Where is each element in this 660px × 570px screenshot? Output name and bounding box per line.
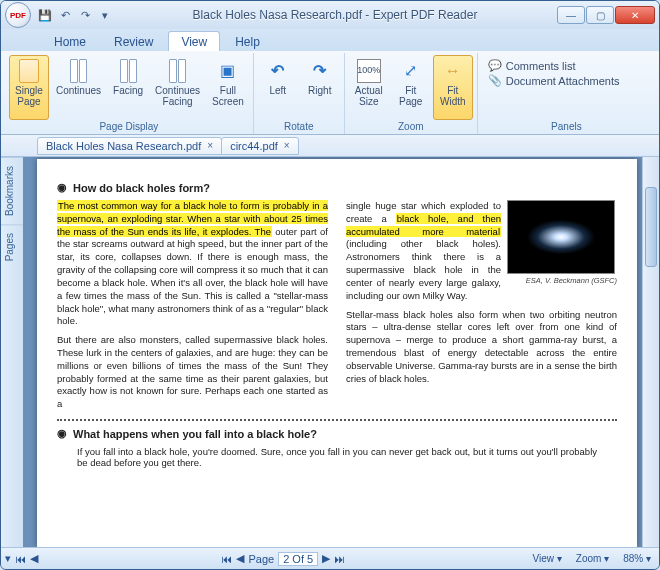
fit-page-button[interactable]: ⤢Fit Page: [391, 55, 431, 120]
actual-size-button[interactable]: 100%Actual Size: [349, 55, 389, 120]
doc-tab-1[interactable]: circ44.pdf×: [221, 137, 299, 155]
comments-list-button[interactable]: 💬Comments list: [488, 59, 620, 72]
rotate-right-icon: ↷: [308, 59, 332, 83]
actual-size-label: Actual Size: [355, 85, 383, 107]
single-page-button[interactable]: Single Page: [9, 55, 49, 120]
figure-caption: ESA, V. Beckmann (GSFC): [507, 276, 617, 286]
continues-facing-label: Continues Facing: [155, 85, 200, 107]
page-last-icon[interactable]: ⏭: [334, 553, 345, 565]
page-indicator[interactable]: 2 Of 5: [278, 552, 318, 566]
rotate-left-button[interactable]: ↶Left: [258, 55, 298, 120]
sidebar-bookmarks[interactable]: Bookmarks: [1, 157, 23, 224]
nav-dropdown-icon[interactable]: ▾: [5, 552, 11, 565]
page-label: Page: [248, 553, 274, 565]
figure: ESA, V. Beckmann (GSFC): [507, 200, 617, 286]
paragraph-5: If you fall into a black hole, you're do…: [57, 446, 617, 468]
fit-width-button[interactable]: ↔Fit Width: [433, 55, 473, 120]
full-screen-label: Full Screen: [212, 85, 244, 107]
paragraph-1: The most common way for a black hole to …: [57, 200, 328, 328]
continues-facing-icon: [166, 59, 190, 83]
facing-icon: [116, 59, 140, 83]
full-screen-button[interactable]: ▣Full Screen: [207, 55, 249, 120]
fit-width-label: Fit Width: [440, 85, 466, 107]
black-hole-image: [507, 200, 615, 274]
rotate-right-button[interactable]: ↷Right: [300, 55, 340, 120]
sidebar-pages[interactable]: Pages: [1, 224, 23, 269]
close-tab-1-icon[interactable]: ×: [284, 140, 290, 151]
nav-first-icon[interactable]: ⏮: [15, 553, 26, 565]
doc-tab-0[interactable]: Black Holes Nasa Research.pdf×: [37, 137, 222, 155]
document-attachments-label: Document Attachments: [506, 75, 620, 87]
tab-help[interactable]: Help: [222, 31, 273, 51]
page-prev-icon[interactable]: ◀: [236, 552, 244, 565]
facing-button[interactable]: Facing: [108, 55, 148, 120]
doc-tab-1-label: circ44.pdf: [230, 140, 278, 152]
paragraph-4: Stellar-mass black holes also form when …: [346, 309, 617, 386]
vertical-scrollbar[interactable]: [642, 157, 659, 547]
paragraph-3b: (including other black holes). Astronome…: [346, 238, 501, 300]
actual-size-icon: 100%: [357, 59, 381, 83]
continues-label: Continues: [56, 85, 101, 96]
heading-fall-in: What happens when you fall into a black …: [57, 427, 617, 440]
group-zoom-label: Zoom: [349, 120, 473, 134]
tab-review[interactable]: Review: [101, 31, 166, 51]
status-view-label: View: [533, 553, 555, 564]
minimize-button[interactable]: —: [557, 6, 585, 24]
fit-page-icon: ⤢: [399, 59, 423, 83]
qat-undo-icon[interactable]: ↶: [57, 7, 73, 23]
continues-icon: [67, 59, 91, 83]
page-next-icon[interactable]: ▶: [322, 552, 330, 565]
status-zoom-value[interactable]: 88% ▾: [619, 553, 655, 564]
rotate-left-icon: ↶: [266, 59, 290, 83]
doc-tab-0-label: Black Holes Nasa Research.pdf: [46, 140, 201, 152]
document-page: How do black holes form? The most common…: [37, 159, 637, 547]
continues-facing-button[interactable]: Continues Facing: [150, 55, 205, 120]
status-view-button[interactable]: View ▾: [529, 553, 566, 564]
attachments-icon: 📎: [488, 74, 502, 87]
rotate-left-label: Left: [269, 85, 286, 96]
status-zoom-pct: 88%: [623, 553, 643, 564]
continues-button[interactable]: Continues: [51, 55, 106, 120]
comments-icon: 💬: [488, 59, 502, 72]
full-screen-icon: ▣: [216, 59, 240, 83]
facing-label: Facing: [113, 85, 143, 96]
tab-view[interactable]: View: [168, 31, 220, 51]
single-page-icon: [17, 59, 41, 83]
divider: [57, 419, 617, 421]
close-button[interactable]: ✕: [615, 6, 655, 24]
group-rotate-label: Rotate: [258, 120, 340, 134]
page-first-icon[interactable]: ⏮: [221, 553, 232, 565]
group-page-display-label: Page Display: [9, 120, 249, 134]
app-orb[interactable]: PDF: [5, 2, 31, 28]
maximize-button[interactable]: ▢: [586, 6, 614, 24]
nav-prev-icon[interactable]: ◀: [30, 552, 38, 565]
qat-redo-icon[interactable]: ↷: [77, 7, 93, 23]
paragraph-1-rest: outer part of the star screams outward a…: [57, 226, 328, 327]
tab-home[interactable]: Home: [41, 31, 99, 51]
document-attachments-button[interactable]: 📎Document Attachments: [488, 74, 620, 87]
fit-page-label: Fit Page: [399, 85, 422, 107]
rotate-right-label: Right: [308, 85, 331, 96]
qat-dropdown-icon[interactable]: ▾: [97, 7, 113, 23]
group-panels-label: Panels: [482, 120, 651, 134]
paragraph-2: But there are also monsters, called supe…: [57, 334, 328, 411]
comments-list-label: Comments list: [506, 60, 576, 72]
ribbon-tabs: Home Review View Help: [1, 29, 659, 51]
close-tab-0-icon[interactable]: ×: [207, 140, 213, 151]
window-title: Black Holes Nasa Research.pdf - Expert P…: [113, 8, 557, 22]
heading-how-form: How do black holes form?: [57, 181, 617, 194]
fit-width-icon: ↔: [441, 59, 465, 83]
qat-save-icon[interactable]: 💾: [37, 7, 53, 23]
single-page-label: Single Page: [15, 85, 43, 107]
scrollbar-thumb[interactable]: [645, 187, 657, 267]
status-zoom-label: Zoom: [576, 553, 602, 564]
status-zoom-button[interactable]: Zoom ▾: [572, 553, 613, 564]
